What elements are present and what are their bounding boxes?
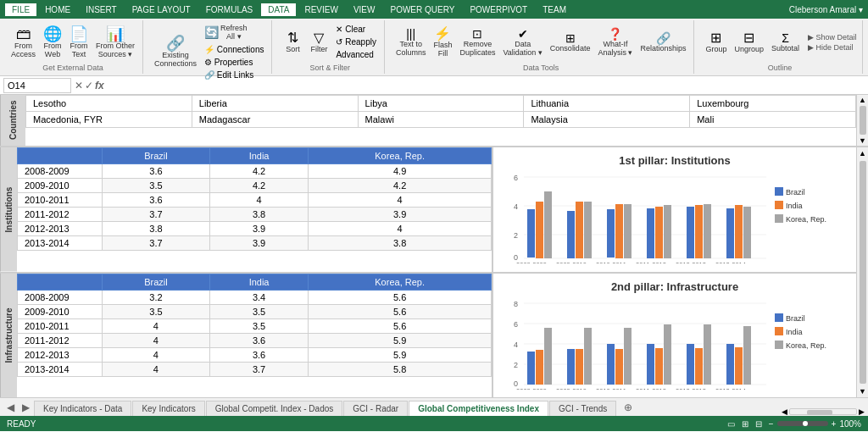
refresh-all-button[interactable]: 🔄 RefreshAll ▾	[202, 22, 266, 42]
text-to-columns-button[interactable]: ||| Text toColumns	[393, 26, 429, 58]
get-external-items: 🗃 FromAccess 🌐 FromWeb 📄 FromText 📊 From…	[8, 22, 137, 62]
tab-data[interactable]: DATA	[261, 3, 296, 16]
flash-fill-button[interactable]: ⚡ FlashFill	[431, 25, 454, 59]
hscroll-thumb[interactable]	[807, 410, 832, 415]
view-normal[interactable]: ▭	[727, 419, 735, 429]
status-bar: READY ▭ ⊞ ⊟ − + 100%	[0, 416, 868, 431]
tab-global-competitiveness-index[interactable]: Global Competitiveness Index	[409, 401, 548, 416]
ribbon-bar: 🗃 FromAccess 🌐 FromWeb 📄 FromText 📊 From…	[0, 19, 868, 76]
infra-col-india: India	[209, 274, 308, 290]
tab-file[interactable]: FILE	[5, 3, 36, 16]
view-page-layout[interactable]: ⊞	[742, 419, 748, 429]
group-button[interactable]: ⊞ Group	[703, 30, 729, 55]
scroll-up-arrow[interactable]: ▲	[857, 147, 868, 159]
filter-button[interactable]: ▽ Filter	[307, 30, 331, 55]
hscroll-right[interactable]: ▶	[859, 407, 865, 416]
connections-button[interactable]: ⚡ Connections	[202, 44, 266, 55]
subtotal-button[interactable]: Σ Subtotal	[769, 30, 802, 54]
tab-powerpivot[interactable]: POWERPIVOT	[463, 3, 534, 16]
data-cell: 4.2	[209, 164, 308, 179]
svg-text:2008-2009: 2008-2009	[516, 261, 547, 263]
user-name: Cleberson Amaral ▾	[789, 5, 863, 14]
data-cell: 3.9	[209, 236, 308, 251]
refresh-all-label: RefreshAll ▾	[220, 24, 248, 41]
tab-gci-radar[interactable]: GCI - Radar	[343, 401, 408, 416]
right-scrollbar[interactable]: ▲ ▼	[856, 147, 868, 397]
scroll-thumb[interactable]	[860, 106, 866, 135]
zoom-in-button[interactable]: +	[832, 419, 837, 429]
svg-rect-32	[775, 187, 783, 196]
view-page-break[interactable]: ⊟	[755, 419, 762, 429]
what-if-button[interactable]: ❓ What-IfAnalysis ▾	[595, 26, 635, 58]
from-text-button[interactable]: 📄 FromText	[67, 25, 91, 60]
tab-power-query[interactable]: POWER QUERY	[383, 3, 461, 16]
tab-review[interactable]: REVIEW	[298, 3, 344, 16]
add-sheet-button[interactable]: ⊕	[617, 400, 639, 415]
year-cell: 2013-2014	[18, 362, 103, 376]
remove-duplicates-button[interactable]: ⊡ RemoveDuplicates	[457, 26, 498, 58]
cancel-formula-icon[interactable]: ✕	[75, 80, 83, 91]
institutions-header-row: Brazil India Korea, Rep.	[18, 148, 492, 164]
tab-home[interactable]: HOME	[38, 3, 77, 16]
tab-gci-trends[interactable]: GCI - Trends	[549, 401, 616, 416]
confirm-formula-icon[interactable]: ✓	[85, 80, 93, 91]
hscroll-left[interactable]: ◀	[782, 407, 787, 416]
tab-view[interactable]: VIEW	[347, 3, 382, 16]
subtotal-label: Subtotal	[771, 44, 799, 53]
status-ready: READY	[7, 419, 36, 429]
advanced-button[interactable]: Advanced	[333, 49, 378, 60]
from-other-sources-button[interactable]: 📊 From OtherSources ▾	[93, 25, 137, 60]
existing-connections-button[interactable]: 🔗 ExistingConnections	[152, 34, 199, 69]
show-detail-button[interactable]: ▶ Show Detail	[808, 33, 857, 42]
hide-detail-button[interactable]: ▶ Hide Detail	[808, 43, 857, 52]
svg-text:2: 2	[514, 231, 518, 240]
scroll-thumb-right[interactable]	[860, 161, 866, 384]
tab-scroll-right[interactable]: ▶	[19, 401, 33, 413]
from-text-icon: 📄	[70, 26, 88, 42]
consolidate-label: Consolidate	[550, 44, 591, 53]
data-cell: 5.9	[309, 333, 492, 347]
country-cell: Lithuania	[524, 96, 690, 112]
scroll-down-arrow[interactable]: ▼	[858, 136, 867, 146]
data-cell: 4	[103, 362, 210, 376]
tab-formulas[interactable]: FORMULAS	[199, 3, 260, 16]
svg-rect-19	[664, 205, 671, 258]
formula-input[interactable]	[108, 80, 865, 91]
sort-filter-group: ⇅ Sort ▽ Filter ✕ Clear ↺ Reapply Advanc…	[275, 20, 384, 74]
tab-insert[interactable]: INSERT	[79, 3, 124, 16]
scroll-up-arrow[interactable]: ▲	[858, 95, 867, 105]
clear-button[interactable]: ✕ Clear	[333, 24, 378, 35]
zoom-slider-track[interactable]	[777, 421, 828, 426]
svg-rect-56	[624, 328, 632, 385]
from-web-button[interactable]: 🌐 FromWeb	[41, 25, 64, 60]
relationships-button[interactable]: 🔗 Relationships	[637, 30, 688, 54]
remove-dup-label: RemoveDuplicates	[459, 40, 495, 57]
connections-items: 🔗 ExistingConnections 🔄 RefreshAll ▾ ⚡ C…	[152, 22, 266, 80]
zoom-out-button[interactable]: −	[769, 419, 774, 429]
tab-key-indicators[interactable]: Key Indicators	[132, 401, 204, 416]
zoom-slider-thumb[interactable]	[803, 421, 808, 426]
properties-button[interactable]: ⚙ Properties	[202, 57, 266, 68]
consolidate-button[interactable]: ⊞ Consolidate	[548, 30, 593, 54]
relationships-icon: 🔗	[656, 32, 670, 44]
data-validation-button[interactable]: ✔ DataValidation ▾	[500, 26, 544, 58]
data-cell: 4.9	[309, 164, 492, 179]
vertical-scrollbar[interactable]: ▲ ▼	[856, 95, 868, 146]
ribbon-tab-list: FILE HOME INSERT PAGE LAYOUT FORMULAS DA…	[5, 3, 573, 16]
name-box[interactable]: O14	[3, 78, 71, 93]
ungroup-icon: ⊟	[743, 31, 754, 45]
year-cell: 2011-2012	[18, 208, 103, 222]
svg-rect-61	[695, 348, 703, 385]
data-cell: 4	[209, 193, 308, 208]
sort-button[interactable]: ⇅ Sort	[281, 30, 304, 55]
ungroup-button[interactable]: ⊟ Ungroup	[732, 30, 766, 55]
tab-page-layout[interactable]: PAGE LAYOUT	[125, 3, 198, 16]
tab-scroll-left[interactable]: ◀	[3, 401, 18, 413]
insert-function-icon[interactable]: fx	[95, 80, 104, 91]
scroll-down-arrow[interactable]: ▼	[857, 385, 868, 397]
tab-global-competit-dados[interactable]: Global Competit. Index - Dados	[206, 401, 343, 416]
tab-key-indicators-data[interactable]: Key Indicators - Data	[34, 401, 131, 416]
tab-team[interactable]: TEAM	[536, 3, 573, 16]
reapply-button[interactable]: ↺ Reapply	[333, 36, 378, 47]
from-access-button[interactable]: 🗃 FromAccess	[8, 25, 38, 60]
